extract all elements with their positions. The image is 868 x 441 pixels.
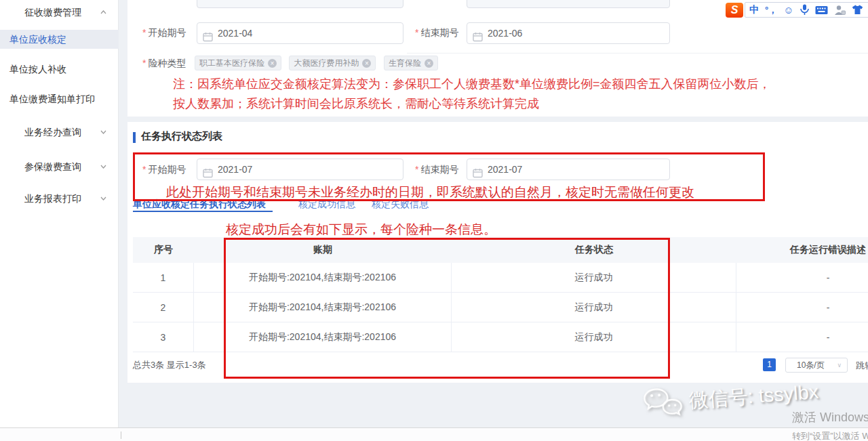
strip-divider — [121, 432, 121, 439]
sidebar-item-insured-payment-query[interactable]: 参保缴费查询 — [0, 157, 119, 176]
ime-mic-icon[interactable] — [800, 4, 809, 16]
start-period-label: *开始期号 — [142, 27, 186, 39]
column-header: 任务状态 — [452, 237, 736, 263]
sidebar-item-unit-receivable-verify[interactable]: 单位应收核定 — [0, 30, 119, 49]
ime-icon-bar: 中 °， ☺ — [745, 2, 868, 18]
sidebar-item-label: 业务经办查询 — [24, 127, 81, 138]
chevron-down-icon: ∨ — [837, 358, 842, 372]
required-asterisk: * — [142, 58, 146, 68]
chevron-down-icon — [100, 196, 106, 201]
pagination-jump-label: 跳转 — [856, 360, 868, 372]
task-end-period-value: 2021-07 — [488, 164, 522, 175]
sidebar-item-label: 单位应收核定 — [9, 34, 66, 45]
sogou-ime-toolbar: S 中 °， ☺ — [726, 2, 868, 18]
sidebar-item-notice-print[interactable]: 单位缴费通知单打印 — [0, 89, 119, 108]
cell-status: 运行成功 — [452, 263, 736, 292]
end-period-value: 2021-06 — [488, 28, 522, 39]
cell-error: - — [736, 263, 868, 292]
required-asterisk: * — [142, 164, 146, 175]
cell-error: - — [736, 293, 868, 322]
sidebar-item-report-print[interactable]: 业务报表打印 — [0, 189, 119, 208]
section-title: 任务执行状态列表 — [141, 130, 222, 143]
ime-account-icon[interactable] — [834, 5, 846, 16]
required-asterisk: * — [415, 164, 418, 175]
insurance-tag-list: 职工基本医疗保险× 大额医疗费用补助× 生育保险× — [195, 56, 443, 70]
page-size-select[interactable]: 10条/页 ∨ — [785, 358, 848, 373]
chevron-up-icon — [100, 10, 106, 14]
window-bottom-strip — [0, 427, 868, 441]
cell-seq: 2 — [133, 293, 194, 322]
algorithm-note-line2: 按人数累加；系统计算时间会比原系统长，需耐心等待系统计算完成 — [173, 96, 539, 112]
chevron-down-icon — [100, 130, 106, 134]
start-period-input[interactable]: 2021-04 — [197, 22, 403, 44]
cell-period: 开始期号:202104,结束期号:202106 — [194, 322, 452, 352]
sidebar-item-label: 单位缴费通知单打印 — [9, 93, 95, 104]
column-header: 任务运行错误描述 — [736, 237, 868, 263]
insurance-tag[interactable]: 大额医疗费用补助× — [289, 56, 376, 70]
calendar-icon — [473, 165, 483, 175]
active-tab-underline — [133, 211, 273, 212]
calendar-icon — [473, 28, 483, 39]
ime-skin-icon[interactable] — [852, 5, 863, 15]
table-row: 2 开始期号:202104,结束期号:202106 运行成功 - — [133, 293, 868, 322]
required-asterisk: * — [142, 27, 146, 38]
app-window: 征收缴费管理 单位应收核定 单位按人补收 单位缴费通知单打印 业务经办查询 参保… — [0, 0, 868, 441]
calendar-icon — [203, 28, 213, 39]
cell-period: 开始期号:202104,结束期号:202106 — [194, 263, 452, 292]
cell-seq: 1 — [133, 263, 194, 292]
column-header: 序号 — [133, 237, 194, 263]
cropped-input-2[interactable] — [467, 0, 670, 8]
required-asterisk: * — [415, 27, 418, 38]
table-total-text: 总共3条 显示1-3条 — [133, 359, 206, 371]
tab-verify-fail-info[interactable]: 核定失败信息 — [372, 198, 429, 211]
activate-windows-text: 激活 Windows — [792, 409, 868, 425]
wechat-icon — [642, 385, 683, 421]
table-row: 3 开始期号:202104,结束期号:202106 运行成功 - — [133, 322, 868, 352]
ime-mode-chinese[interactable]: 中 — [749, 3, 759, 17]
tab-verify-success-info[interactable]: 核定成功信息 — [298, 198, 355, 211]
ime-keyboard-icon[interactable] — [815, 5, 828, 15]
tag-close-icon[interactable]: × — [425, 59, 433, 68]
start-period-value: 2021-04 — [218, 28, 252, 39]
sidebar-item-label: 征收缴费管理 — [24, 7, 81, 18]
ime-emoji-icon[interactable]: ☺ — [783, 3, 793, 17]
cropped-input-1[interactable] — [197, 0, 403, 8]
wechat-id-text: 微信号: tssylbx — [688, 379, 819, 415]
task-start-period-input[interactable]: 2021-07 — [197, 159, 403, 180]
task-end-period-label: *结束期号 — [415, 164, 458, 176]
insurance-type-label: *险种类型 — [142, 58, 186, 70]
tag-close-icon[interactable]: × — [268, 59, 277, 68]
insurance-tag[interactable]: 生育保险× — [384, 56, 438, 70]
cell-period: 开始期号:202104,结束期号:202106 — [194, 293, 452, 322]
end-period-input[interactable]: 2021-06 — [467, 22, 670, 44]
column-header: 账期 — [194, 237, 452, 263]
form-divider — [407, 53, 868, 54]
sidebar-item-levy-management[interactable]: 征收缴费管理 — [0, 3, 119, 22]
tab-task-status-list[interactable]: 单位应收核定任务执行状态列表 — [133, 198, 266, 211]
cell-status: 运行成功 — [452, 322, 736, 352]
cell-error: - — [736, 322, 868, 352]
sidebar-item-label: 参保缴费查询 — [24, 161, 81, 172]
section-title-bar — [133, 132, 136, 143]
task-start-period-label: *开始期号 — [142, 164, 186, 176]
task-status-card: 任务执行状态列表 *开始期号 2021-07 *结束期号 2021-07 此处开… — [127, 122, 868, 383]
tag-close-icon[interactable]: × — [362, 59, 371, 68]
sogou-logo[interactable]: S — [726, 3, 743, 18]
sidebar-item-label: 单位按人补收 — [9, 64, 66, 75]
end-period-label: *结束期号 — [415, 27, 458, 39]
sidebar: 征收缴费管理 单位应收核定 单位按人补收 单位缴费通知单打印 业务经办查询 参保… — [0, 0, 119, 427]
calendar-icon — [203, 165, 213, 175]
task-status-table: 序号 账期 任务状态 任务运行错误描述 1 开始期号:202104,结束期号:2… — [133, 237, 868, 352]
table-header-row: 序号 账期 任务状态 任务运行错误描述 — [133, 237, 868, 263]
table-row: 1 开始期号:202104,结束期号:202106 运行成功 - — [133, 263, 868, 293]
task-start-period-value: 2021-07 — [218, 164, 252, 175]
ime-punctuation-icon[interactable]: °， — [765, 3, 777, 17]
task-end-period-input[interactable]: 2021-07 — [467, 159, 670, 180]
sidebar-item-business-query[interactable]: 业务经办查询 — [0, 123, 119, 142]
sidebar-item-unit-supplement[interactable]: 单位按人补收 — [0, 60, 119, 79]
chevron-down-icon — [100, 165, 106, 169]
insurance-tag[interactable]: 职工基本医疗保险× — [195, 56, 281, 70]
table-annotation: 核定成功后会有如下显示，每个险种一条信息。 — [226, 221, 496, 238]
sidebar-item-label: 业务报表打印 — [24, 193, 81, 204]
pagination-page-1[interactable]: 1 — [763, 358, 776, 371]
